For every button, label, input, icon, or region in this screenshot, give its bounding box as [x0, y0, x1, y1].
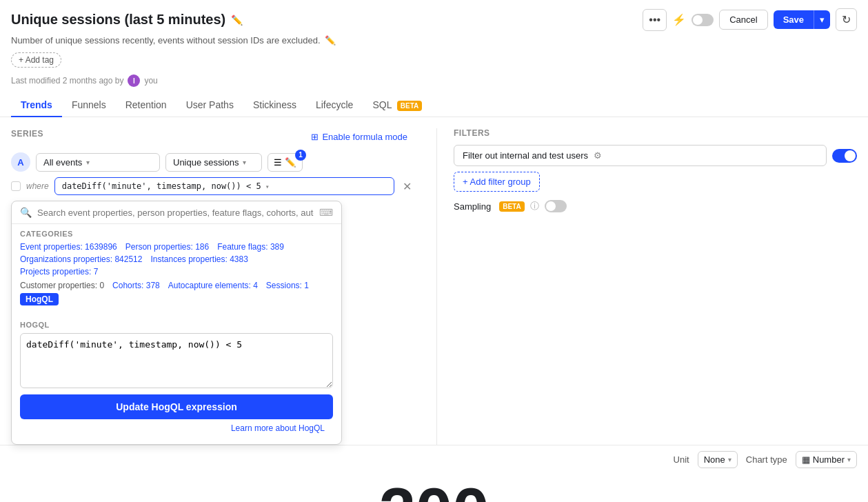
add-tag-label: + Add tag	[19, 55, 54, 65]
top-bar-right: ••• ⚡ Cancel Save ▾ ↻	[643, 8, 857, 31]
badge-count: 1	[295, 150, 306, 161]
subtitle-row: Number of unique sessions recently, even…	[0, 34, 868, 50]
event-caret: ▾	[86, 159, 90, 166]
lightning-icon: ⚡	[672, 13, 686, 26]
condition-value: dateDiff('minute', timestamp, now()) < 5	[62, 181, 261, 191]
series-panel: Series ⊞ Enable formula mode A All event…	[11, 128, 414, 445]
filter-icon: ☰	[274, 157, 282, 168]
tab-sql[interactable]: SQL BETA	[363, 94, 432, 117]
lightning-toggle[interactable]	[692, 14, 714, 26]
save-caret-button[interactable]: ▾	[814, 10, 830, 29]
formula-icon: ⊞	[311, 132, 319, 142]
more-button[interactable]: •••	[643, 9, 667, 31]
unit-select[interactable]: None ▾	[698, 451, 738, 468]
tab-lifecycle[interactable]: Lifecycle	[306, 94, 363, 117]
add-filter-group-button[interactable]: + Add filter group	[454, 172, 540, 192]
hogql-textarea[interactable]: dateDiff('minute', timestamp, now()) < 5	[20, 333, 333, 388]
subtitle-text: Number of unique sessions recently, even…	[11, 35, 321, 46]
cat-person-props[interactable]: Person properties: 186	[125, 242, 209, 252]
filter-toggle[interactable]	[832, 149, 857, 163]
categories-section: CATEGORIES Event properties: 1639896 Per…	[12, 224, 341, 315]
top-bar: Unique sessions (last 5 minutes) ✏️ ••• …	[0, 0, 868, 34]
tab-trends[interactable]: Trends	[11, 94, 62, 117]
event-value: All events	[43, 157, 82, 168]
where-label: where	[26, 181, 49, 191]
meta-text: Last modified 2 months ago by	[11, 76, 123, 86]
save-split-button: Save ▾	[774, 10, 830, 29]
cat-customer: Customer properties: 0	[20, 281, 104, 290]
unit-label: Unit	[674, 454, 689, 465]
series-label: Series	[11, 129, 43, 139]
tab-funnels[interactable]: Funnels	[62, 94, 116, 117]
metric-caret: ▾	[243, 159, 246, 166]
cat-feature-flags[interactable]: Feature flags: 389	[217, 242, 284, 252]
filter-text: Filter out internal and test users	[463, 150, 588, 161]
series-a-letter: A	[11, 152, 30, 172]
search-input-row: 🔍 ⌨	[12, 201, 341, 224]
chart-type-caret: ▾	[847, 456, 851, 463]
cat-projects-props[interactable]: Projects properties: 7	[20, 267, 98, 277]
event-select[interactable]: All events ▾	[36, 153, 160, 172]
metric-select[interactable]: Unique sessions ▾	[165, 153, 262, 172]
add-tag-button[interactable]: + Add tag	[11, 52, 61, 68]
main-content: Series ⊞ Enable formula mode A All event…	[0, 117, 868, 445]
meta-user: you	[144, 76, 157, 86]
avatar: I	[128, 74, 140, 87]
tab-user-paths[interactable]: User Paths	[176, 94, 243, 117]
filter-badge-button[interactable]: 1 ☰ ✏️	[268, 153, 303, 172]
cat-org-props[interactable]: Organizations properties: 842512	[20, 254, 142, 264]
cancel-button[interactable]: Cancel	[719, 10, 767, 30]
search-input[interactable]	[37, 208, 314, 218]
tags-row: + Add tag	[0, 50, 868, 73]
chart-type-select[interactable]: ▦ Number ▾	[796, 451, 857, 468]
filters-label: Filters	[454, 128, 857, 138]
metric-value: Unique sessions	[173, 157, 239, 168]
condition-caret: ▾	[265, 183, 270, 190]
cat-hogql-badge[interactable]: HogQL	[20, 293, 59, 305]
controls-row: Unit None ▾ Chart type ▦ Number ▾	[0, 445, 868, 474]
sampling-toggle[interactable]	[545, 200, 567, 212]
filter-row: Filter out internal and test users ⚙	[454, 145, 857, 166]
update-hogql-button[interactable]: Update HogQL expression	[20, 394, 333, 419]
cat-event-props[interactable]: Event properties: 1639896	[20, 242, 117, 252]
top-bar-left: Unique sessions (last 5 minutes) ✏️	[11, 12, 243, 28]
subtitle-edit-icon[interactable]: ✏️	[325, 35, 336, 46]
learn-hogql-link[interactable]: Learn more about HogQL	[20, 423, 333, 439]
where-checkbox[interactable]	[11, 181, 21, 191]
hogql-label: HOGQL	[20, 321, 333, 329]
series-a-row: A All events ▾ Unique sessions ▾ 1 ☰ ✏️	[11, 152, 414, 172]
edit-icon[interactable]: ✏️	[231, 14, 243, 26]
save-button[interactable]: Save	[774, 10, 814, 29]
where-row: where dateDiff('minute', timestamp, now(…	[11, 177, 414, 195]
results-area: 200	[0, 474, 868, 502]
categories-label: CATEGORIES	[20, 230, 333, 238]
formula-mode-button[interactable]: ⊞ Enable formula mode	[304, 128, 414, 145]
tabs: Trends Funnels Retention User Paths Stic…	[0, 94, 868, 117]
tab-stickiness[interactable]: Stickiness	[243, 94, 306, 117]
keyboard-icon: ⌨	[319, 207, 333, 218]
page-title: Unique sessions (last 5 minutes)	[11, 12, 225, 28]
tab-retention[interactable]: Retention	[116, 94, 176, 117]
filter-text-box: Filter out internal and test users ⚙	[454, 145, 827, 166]
category-links-2: Customer properties: 0 Cohorts: 378 Auto…	[20, 281, 333, 305]
filter-edit-icon: ✏️	[285, 157, 296, 168]
condition-box[interactable]: dateDiff('minute', timestamp, now()) < 5…	[54, 177, 394, 195]
search-icon: 🔍	[20, 207, 32, 218]
cat-instances-props[interactable]: Instances properties: 4383	[150, 254, 248, 264]
chart-type-icon: ▦	[802, 454, 810, 465]
formula-label: Enable formula mode	[322, 132, 407, 142]
big-number: 200	[379, 474, 489, 502]
meta-row: Last modified 2 months ago by I you	[0, 73, 868, 94]
chart-type-label: Chart type	[746, 454, 787, 465]
gear-icon[interactable]: ⚙	[594, 150, 602, 161]
condition-close-button[interactable]: ✕	[400, 179, 414, 194]
cat-sessions[interactable]: Sessions: 1	[266, 281, 309, 290]
sampling-row: Sampling BETA ⓘ	[454, 200, 857, 212]
chart-type-value: Number	[813, 454, 845, 465]
cat-autocapture[interactable]: Autocapture elements: 4	[168, 281, 258, 290]
filters-panel: Filters Filter out internal and test use…	[436, 128, 857, 445]
cat-cohorts[interactable]: Cohorts: 378	[112, 281, 160, 290]
sampling-beta-badge: BETA	[499, 201, 524, 212]
refresh-button[interactable]: ↻	[836, 8, 857, 31]
info-icon[interactable]: ⓘ	[530, 200, 539, 212]
